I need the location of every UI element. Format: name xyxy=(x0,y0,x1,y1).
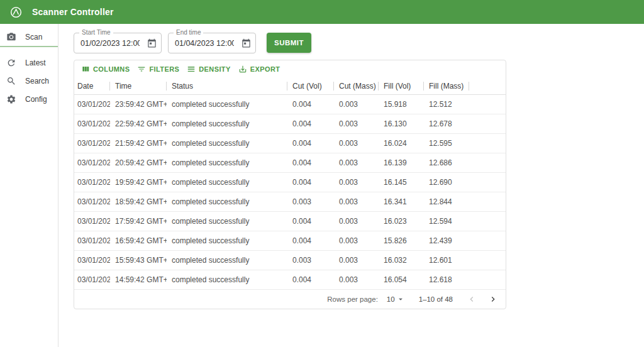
sidebar-item-label: Latest xyxy=(25,58,46,67)
table-row[interactable]: 03/01/2023 21:59:42 GMT+11 completed suc… xyxy=(74,134,506,153)
cell-fill-mass: 12.512 xyxy=(424,100,469,109)
table-row[interactable]: 03/01/2023 14:59:42 GMT+11 completed suc… xyxy=(74,270,506,290)
next-page-button[interactable] xyxy=(487,293,499,306)
cell-status: completed successfully xyxy=(167,217,287,226)
cell-cut-mass: 0.003 xyxy=(334,256,379,265)
filters-button[interactable]: FILTERS xyxy=(133,63,183,75)
search-icon xyxy=(6,76,16,86)
cell-fill-vol: 15.918 xyxy=(379,100,424,109)
grid-toolbar: COLUMNS FILTERS xyxy=(74,60,506,77)
cell-date: 03/01/2023 xyxy=(74,217,110,226)
app-title: Scanner Controller xyxy=(32,7,114,17)
header-cell-cut-mass[interactable]: Cut (Mass) xyxy=(334,77,379,94)
rows-per-page-value: 10 xyxy=(387,295,395,303)
cell-cut-mass: 0.003 xyxy=(334,217,379,226)
cell-status: completed successfully xyxy=(167,197,287,206)
cell-cut-vol: 0.004 xyxy=(287,275,334,284)
cell-fill-mass: 12.439 xyxy=(424,236,469,245)
table-row[interactable]: 03/01/2023 20:59:42 GMT+11 completed suc… xyxy=(74,153,506,173)
cell-fill-mass: 12.595 xyxy=(424,139,469,148)
cell-cut-vol: 0.004 xyxy=(287,119,334,128)
cell-time: 14:59:42 GMT+11 xyxy=(110,275,167,284)
header-cell-status[interactable]: Status xyxy=(167,77,287,94)
calendar-icon[interactable] xyxy=(147,38,157,48)
cell-date: 03/01/2023 xyxy=(74,275,110,284)
columns-button[interactable]: COLUMNS xyxy=(77,63,133,75)
table-body: 03/01/2023 23:59:42 GMT+11 completed suc… xyxy=(74,95,506,290)
cell-fill-mass: 12.601 xyxy=(424,256,469,265)
cell-cut-mass: 0.003 xyxy=(334,100,379,109)
cell-time: 18:59:42 GMT+11 xyxy=(110,197,167,206)
submit-button[interactable]: SUBMIT xyxy=(267,33,311,53)
cell-date: 03/01/2023 xyxy=(74,119,110,128)
export-button[interactable]: EXPORT xyxy=(235,63,284,75)
sidebar-item-scan[interactable]: Scan xyxy=(0,28,58,46)
app-logo-icon xyxy=(10,6,22,18)
header-cell-fill-mass[interactable]: Fill (Mass) xyxy=(424,77,469,94)
cell-date: 03/01/2023 xyxy=(74,197,110,206)
end-time-label: End time xyxy=(174,29,203,36)
cell-fill-vol: 16.032 xyxy=(379,256,424,265)
cell-fill-vol: 16.145 xyxy=(379,178,424,187)
sidebar-item-latest[interactable]: Latest xyxy=(0,53,58,72)
cell-status: completed successfully xyxy=(167,178,287,187)
cell-date: 03/01/2023 xyxy=(74,100,110,109)
pagination-range: 1–10 of 48 xyxy=(419,295,453,303)
cell-cut-mass: 0.003 xyxy=(334,236,379,245)
sidebar-item-search[interactable]: Search xyxy=(0,72,58,90)
cell-time: 19:59:42 GMT+11 xyxy=(110,178,167,187)
table-row[interactable]: 03/01/2023 15:59:43 GMT+11 completed suc… xyxy=(74,251,506,270)
cell-date: 03/01/2023 xyxy=(74,256,110,265)
cell-cut-vol: 0.004 xyxy=(287,236,334,245)
cell-date: 03/01/2023 xyxy=(74,139,110,148)
filters-button-label: FILTERS xyxy=(149,65,179,73)
sidebar-item-label: Search xyxy=(25,77,49,85)
start-time-field[interactable]: Start Time xyxy=(74,33,162,53)
end-time-field[interactable]: End time xyxy=(168,33,256,53)
results-panel: COLUMNS FILTERS xyxy=(74,60,506,309)
sidebar-item-config[interactable]: Config xyxy=(0,90,58,108)
table-row[interactable]: 03/01/2023 22:59:42 GMT+11 completed suc… xyxy=(74,114,506,134)
calendar-icon[interactable] xyxy=(242,38,251,48)
header-cell-filler xyxy=(469,77,506,94)
cell-fill-mass: 12.686 xyxy=(424,158,469,167)
rows-per-page-select[interactable]: 10 xyxy=(387,295,405,304)
density-button[interactable]: DENSITY xyxy=(183,63,234,75)
cell-cut-mass: 0.003 xyxy=(334,158,379,167)
cell-cut-mass: 0.003 xyxy=(334,178,379,187)
cell-fill-vol: 16.341 xyxy=(379,197,424,206)
cell-cut-vol: 0.004 xyxy=(287,100,334,109)
cell-cut-vol: 0.003 xyxy=(287,256,334,265)
cell-status: completed successfully xyxy=(167,100,287,109)
sidebar: Scan Latest Search xyxy=(0,24,58,347)
cell-time: 17:59:42 GMT+11 xyxy=(110,217,167,226)
table-row[interactable]: 03/01/2023 19:59:42 GMT+11 completed suc… xyxy=(74,173,506,192)
density-button-label: DENSITY xyxy=(199,65,230,73)
header-cell-fill-vol[interactable]: Fill (Vol) xyxy=(379,77,424,94)
cell-status: completed successfully xyxy=(167,236,287,245)
cell-time: 23:59:42 GMT+11 xyxy=(110,100,167,109)
previous-page-button[interactable] xyxy=(465,293,478,306)
table-row[interactable]: 03/01/2023 16:59:42 GMT+11 completed suc… xyxy=(74,231,506,251)
cell-date: 03/01/2023 xyxy=(74,178,110,187)
cell-fill-vol: 16.054 xyxy=(379,275,424,284)
cell-status: completed successfully xyxy=(167,275,287,284)
app-bar: Scanner Controller xyxy=(0,0,644,24)
table-row[interactable]: 03/01/2023 17:59:42 GMT+11 completed suc… xyxy=(74,212,506,231)
cell-fill-vol: 16.130 xyxy=(379,119,424,128)
table-footer: Rows per page: 10 1–10 of 48 xyxy=(74,290,506,309)
cell-cut-vol: 0.004 xyxy=(287,139,334,148)
start-time-label: Start Time xyxy=(79,29,113,36)
cell-cut-vol: 0.004 xyxy=(287,178,334,187)
main-content: Start Time End time xyxy=(58,24,644,347)
header-cell-time[interactable]: Time xyxy=(110,77,167,94)
cell-cut-mass: 0.003 xyxy=(334,139,379,148)
filter-icon xyxy=(137,65,146,74)
table-row[interactable]: 03/01/2023 23:59:42 GMT+11 completed suc… xyxy=(74,95,506,114)
refresh-icon xyxy=(6,58,16,68)
header-cell-cut-vol[interactable]: Cut (Vol) xyxy=(287,77,334,94)
cell-status: completed successfully xyxy=(167,158,287,167)
table-row[interactable]: 03/01/2023 18:59:42 GMT+11 completed suc… xyxy=(74,192,506,212)
header-cell-date[interactable]: Date xyxy=(74,77,110,94)
gear-icon xyxy=(6,94,16,104)
